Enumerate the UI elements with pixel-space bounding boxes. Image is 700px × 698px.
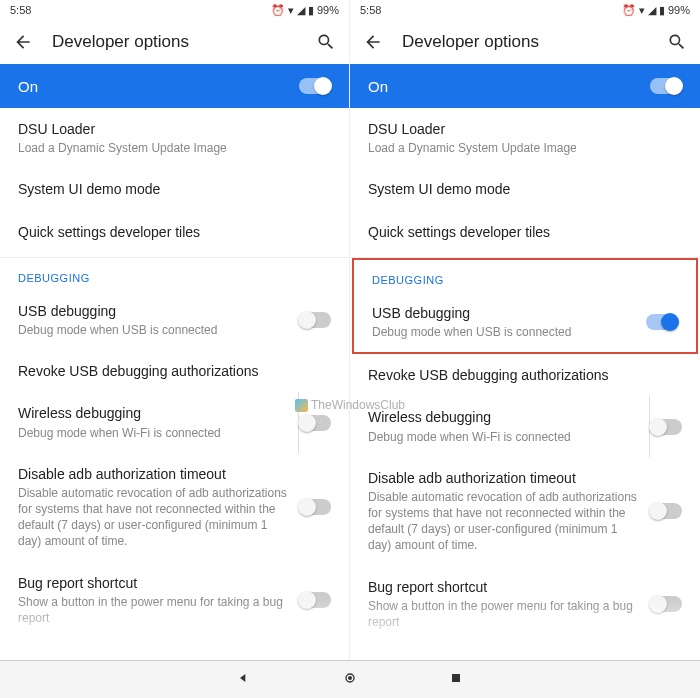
app-bar: Developer options [350, 20, 700, 64]
page-title: Developer options [402, 32, 648, 52]
master-toggle-switch[interactable] [299, 78, 331, 94]
item-title: Disable adb authorization timeout [18, 465, 291, 483]
item-subtitle: Debug mode when USB is connected [18, 322, 291, 338]
quick-settings-tiles-item[interactable]: Quick settings developer tiles [0, 211, 349, 253]
nav-bar [0, 660, 700, 698]
signal-icon: ◢ [297, 4, 305, 17]
dsu-loader-item[interactable]: DSU Loader Load a Dynamic System Update … [0, 108, 349, 168]
verbose-logging-item[interactable]: Enable verbose vendor logging [0, 638, 349, 660]
revoke-usb-item[interactable]: Revoke USB debugging authorizations [0, 350, 349, 392]
wifi-icon: ▾ [639, 4, 645, 17]
item-title: Wireless debugging [18, 404, 291, 422]
master-toggle-switch[interactable] [650, 78, 682, 94]
item-title: USB debugging [18, 302, 291, 320]
disable-adb-timeout-item[interactable]: Disable adb authorization timeout Disabl… [350, 457, 700, 566]
wireless-debugging-switch[interactable] [650, 419, 682, 435]
search-icon[interactable] [666, 31, 688, 53]
item-subtitle: Disable automatic revocation of adb auth… [18, 485, 291, 550]
master-toggle-row[interactable]: On [0, 64, 349, 108]
nav-recent-icon[interactable] [448, 670, 464, 690]
revoke-usb-item[interactable]: Revoke USB debugging authorizations [350, 354, 700, 396]
item-title: Revoke USB debugging authorizations [18, 362, 323, 380]
item-subtitle: Disable automatic revocation of adb auth… [368, 489, 642, 554]
item-title: Bug report shortcut [368, 578, 642, 596]
item-title: System UI demo mode [368, 180, 674, 198]
status-bar: 5:58 ⏰ ▾ ◢ ▮ 99% [350, 0, 700, 20]
item-title: Quick settings developer tiles [18, 223, 323, 241]
alarm-icon: ⏰ [271, 4, 285, 17]
wifi-icon: ▾ [288, 4, 294, 17]
usb-debugging-switch[interactable] [299, 312, 331, 328]
item-subtitle: Debug mode when USB is connected [372, 324, 638, 340]
app-bar: Developer options [0, 20, 349, 64]
svg-point-1 [348, 676, 352, 680]
master-toggle-row[interactable]: On [350, 64, 700, 108]
item-title: Quick settings developer tiles [368, 223, 674, 241]
alarm-icon: ⏰ [622, 4, 636, 17]
status-bar: 5:58 ⏰ ▾ ◢ ▮ 99% [0, 0, 349, 20]
wireless-debugging-item[interactable]: Wireless debugging Debug mode when Wi-Fi… [0, 392, 349, 452]
back-icon[interactable] [12, 31, 34, 53]
battery-text: 99% [317, 4, 339, 16]
wireless-debugging-item[interactable]: Wireless debugging Debug mode when Wi-Fi… [350, 396, 700, 456]
master-toggle-label: On [368, 78, 650, 95]
highlighted-debug-section: DEBUGGING USB debugging Debug mode when … [352, 258, 698, 354]
item-title: USB debugging [372, 304, 638, 322]
disable-adb-switch[interactable] [650, 503, 682, 519]
section-header-debugging: DEBUGGING [354, 260, 696, 292]
usb-debugging-switch[interactable] [646, 314, 678, 330]
system-ui-demo-item[interactable]: System UI demo mode [0, 168, 349, 210]
usb-debugging-item[interactable]: USB debugging Debug mode when USB is con… [354, 292, 696, 352]
dsu-loader-item[interactable]: DSU Loader Load a Dynamic System Update … [350, 108, 700, 168]
item-title: Wireless debugging [368, 408, 642, 426]
item-title: Disable adb authorization timeout [368, 469, 642, 487]
item-title: DSU Loader [368, 120, 674, 138]
bug-report-switch[interactable] [650, 596, 682, 612]
item-title: Revoke USB debugging authorizations [368, 366, 674, 384]
nav-back-icon[interactable] [236, 670, 252, 690]
item-title: Bug report shortcut [18, 574, 291, 592]
item-subtitle: Debug mode when Wi-Fi is connected [368, 429, 642, 445]
item-subtitle: Show a button in the power menu for taki… [368, 598, 642, 630]
item-title: System UI demo mode [18, 180, 323, 198]
battery-text: 99% [668, 4, 690, 16]
disable-adb-timeout-item[interactable]: Disable adb authorization timeout Disabl… [0, 453, 349, 562]
disable-adb-switch[interactable] [299, 499, 331, 515]
svg-rect-2 [452, 674, 460, 682]
bug-report-shortcut-item[interactable]: Bug report shortcut Show a button in the… [350, 566, 700, 643]
section-header-debugging: DEBUGGING [0, 258, 349, 290]
item-title: Enable verbose vendor logging [18, 650, 323, 660]
usb-debugging-item[interactable]: USB debugging Debug mode when USB is con… [0, 290, 349, 350]
bug-report-shortcut-item[interactable]: Bug report shortcut Show a button in the… [0, 562, 349, 639]
master-toggle-label: On [18, 78, 299, 95]
battery-icon: ▮ [659, 4, 665, 17]
item-subtitle: Load a Dynamic System Update Image [368, 140, 674, 156]
signal-icon: ◢ [648, 4, 656, 17]
bug-report-switch[interactable] [299, 592, 331, 608]
item-subtitle: Debug mode when Wi-Fi is connected [18, 425, 291, 441]
item-title: DSU Loader [18, 120, 323, 138]
status-time: 5:58 [360, 4, 381, 16]
quick-settings-tiles-item[interactable]: Quick settings developer tiles [350, 211, 700, 253]
status-time: 5:58 [10, 4, 31, 16]
system-ui-demo-item[interactable]: System UI demo mode [350, 168, 700, 210]
search-icon[interactable] [315, 31, 337, 53]
nav-home-icon[interactable] [342, 670, 358, 690]
back-icon[interactable] [362, 31, 384, 53]
wireless-debugging-switch[interactable] [299, 415, 331, 431]
item-subtitle: Show a button in the power menu for taki… [18, 594, 291, 626]
verbose-logging-item[interactable]: Enable verbose vendor logging [350, 642, 700, 660]
page-title: Developer options [52, 32, 297, 52]
battery-icon: ▮ [308, 4, 314, 17]
item-subtitle: Load a Dynamic System Update Image [18, 140, 323, 156]
